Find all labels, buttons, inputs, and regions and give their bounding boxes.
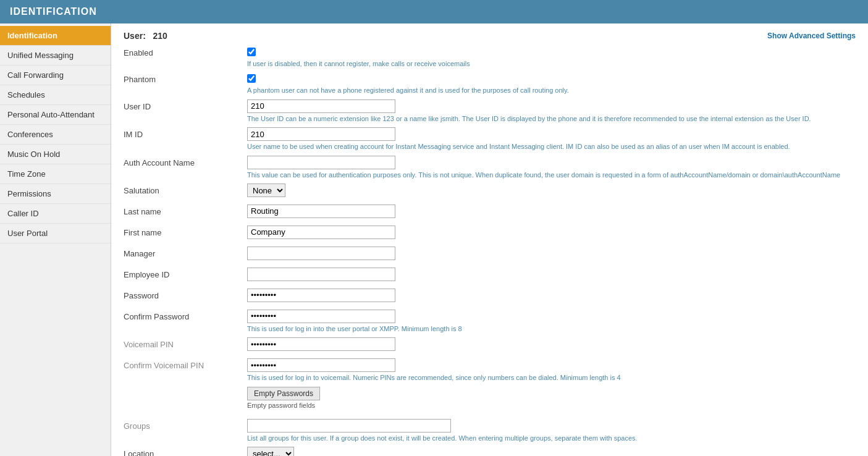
im-id-wrap: User name to be used when creating accou… [247, 127, 856, 151]
manager-input[interactable] [247, 247, 395, 260]
user-label: User: 210 [124, 31, 167, 41]
employee-id-row: Employee ID [124, 268, 856, 285]
user-header: User: 210 Show Advanced Settings [124, 31, 856, 41]
voicemail-pin-label: Voicemail PIN [124, 337, 247, 349]
employee-id-label: Employee ID [124, 268, 247, 279]
salutation-wrap: None Mr. Ms. Mrs. Dr. [247, 184, 856, 197]
location-wrap: select... Option1 Option2 [247, 447, 856, 456]
sidebar-item-user-portal[interactable]: User Portal [0, 224, 111, 243]
last-name-wrap [247, 205, 856, 218]
location-select[interactable]: select... Option1 Option2 [247, 447, 294, 456]
empty-passwords-hint: Empty password fields [247, 402, 856, 409]
auth-account-label: Auth Account Name [124, 156, 247, 167]
im-id-hint: User name to be used when creating accou… [247, 142, 856, 151]
manager-wrap [247, 247, 856, 260]
show-advanced-settings-link[interactable]: Show Advanced Settings [767, 32, 856, 40]
enabled-hint: If user is disabled, then it cannot regi… [247, 59, 856, 69]
sidebar-item-personal-auto-attendant[interactable]: Personal Auto-Attendant [0, 105, 111, 125]
location-row: Location select... Option1 Option2 [124, 447, 856, 456]
auth-account-wrap: This value can be used for authenticatio… [247, 156, 856, 180]
confirm-voicemail-pin-label: Confirm Voicemail PIN [124, 358, 247, 370]
empty-passwords-button[interactable]: Empty Passwords [247, 387, 320, 400]
sidebar-item-call-forwarding[interactable]: Call Forwarding [0, 65, 111, 85]
password-hint: This is used for log in into the user po… [247, 324, 856, 334]
groups-hint: List all groups for this user. If a grou… [247, 434, 856, 443]
groups-label: Groups [124, 419, 247, 431]
employee-id-input[interactable] [247, 268, 395, 281]
content-area: User: 210 Show Advanced Settings Enabled… [111, 23, 868, 456]
manager-label: Manager [124, 247, 247, 258]
phantom-checkbox[interactable] [247, 74, 256, 83]
user-id-hint: The User ID can be a numeric extension l… [247, 114, 856, 124]
password-row: Password [124, 289, 856, 306]
user-id-wrap: The User ID can be a numeric extension l… [247, 99, 856, 124]
confirm-password-wrap: This is used for log in into the user po… [247, 310, 856, 334]
confirm-voicemail-pin-wrap: This is used for log in to voicemail. Nu… [247, 358, 856, 382]
sidebar-item-time-zone[interactable]: Time Zone [0, 164, 111, 184]
sidebar-item-unified-messaging[interactable]: Unified Messaging [0, 46, 111, 65]
user-id-row: User ID The User ID can be a numeric ext… [124, 99, 856, 124]
voicemail-pin-input[interactable] [247, 337, 395, 351]
sidebar-item-identification[interactable]: Identification [0, 26, 111, 46]
auth-account-input[interactable] [247, 156, 395, 169]
user-id-label: User ID [124, 99, 247, 111]
page-title: IDENTIFICATION [10, 6, 97, 17]
sidebar: Identification Unified Messaging Call Fo… [0, 23, 111, 456]
groups-wrap: List all groups for this user. If a grou… [247, 419, 856, 443]
sidebar-item-permissions[interactable]: Permissions [0, 184, 111, 204]
enabled-wrap: If user is disabled, then it cannot regi… [247, 46, 856, 69]
password-wrap [247, 289, 856, 302]
im-id-label: IM ID [124, 127, 247, 139]
sidebar-item-conferences[interactable]: Conferences [0, 125, 111, 145]
last-name-input[interactable] [247, 205, 395, 218]
voicemail-pin-wrap [247, 337, 856, 351]
auth-account-hint: This value can be used for authenticatio… [247, 171, 856, 180]
auth-account-row: Auth Account Name This value can be used… [124, 156, 856, 180]
confirm-password-label: Confirm Password [124, 310, 247, 321]
voicemail-pin-row: Voicemail PIN [124, 337, 856, 355]
salutation-select[interactable]: None Mr. Ms. Mrs. Dr. [247, 184, 285, 197]
first-name-wrap [247, 226, 856, 239]
last-name-label: Last name [124, 205, 247, 216]
first-name-input[interactable] [247, 226, 395, 239]
last-name-row: Last name [124, 205, 856, 222]
empty-passwords-wrap: Empty Passwords Empty password fields [247, 387, 856, 409]
user-id-input[interactable] [247, 99, 395, 113]
im-id-row: IM ID User name to be used when creating… [124, 127, 856, 151]
empty-passwords-row: Empty Passwords Empty password fields [124, 387, 856, 409]
manager-row: Manager [124, 247, 856, 264]
enabled-checkbox[interactable] [247, 48, 256, 56]
password-input[interactable] [247, 289, 395, 302]
confirm-voicemail-pin-row: Confirm Voicemail PIN This is used for l… [124, 358, 856, 382]
user-value: 210 [153, 31, 167, 41]
sidebar-item-schedules[interactable]: Schedules [0, 85, 111, 105]
enabled-row: Enabled If user is disabled, then it can… [124, 46, 856, 69]
sidebar-item-caller-id[interactable]: Caller ID [0, 204, 111, 224]
groups-row: Groups List all groups for this user. If… [124, 419, 856, 443]
page-header: IDENTIFICATION [0, 0, 868, 23]
groups-input[interactable] [247, 419, 451, 433]
salutation-row: Salutation None Mr. Ms. Mrs. Dr. [124, 184, 856, 201]
first-name-label: First name [124, 226, 247, 237]
phantom-hint: A phantom user can not have a phone regi… [247, 86, 856, 95]
enabled-label: Enabled [124, 46, 247, 57]
password-label: Password [124, 289, 247, 300]
phantom-row: Phantom A phantom user can not have a ph… [124, 72, 856, 95]
voicemail-pin-hint: This is used for log in to voicemail. Nu… [247, 373, 856, 382]
first-name-row: First name [124, 226, 856, 243]
confirm-password-row: Confirm Password This is used for log in… [124, 310, 856, 334]
im-id-input[interactable] [247, 127, 395, 141]
location-label: Location [124, 447, 247, 456]
phantom-wrap: A phantom user can not have a phone regi… [247, 72, 856, 95]
sidebar-item-music-on-hold[interactable]: Music On Hold [0, 145, 111, 164]
confirm-password-input[interactable] [247, 310, 395, 323]
salutation-label: Salutation [124, 184, 247, 195]
confirm-voicemail-pin-input[interactable] [247, 358, 395, 372]
phantom-label: Phantom [124, 72, 247, 84]
employee-id-wrap [247, 268, 856, 281]
